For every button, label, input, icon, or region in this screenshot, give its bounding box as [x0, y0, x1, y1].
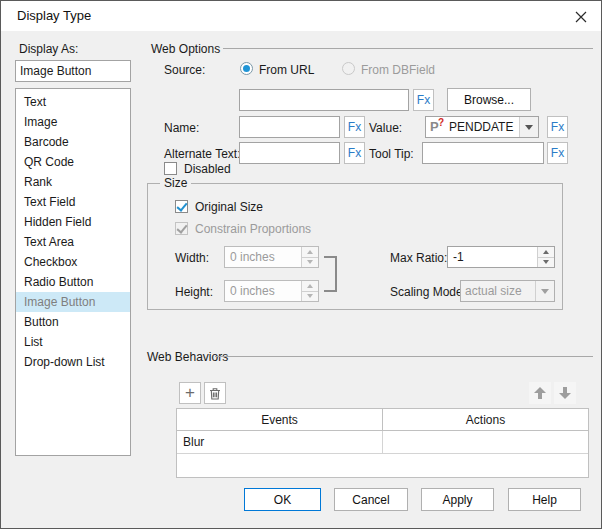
from-dbfield-radio: [342, 62, 355, 75]
parameter-icon: P?: [430, 120, 442, 134]
size-group-label: Size: [160, 176, 191, 190]
titlebar: Display Type: [1, 1, 601, 31]
url-fx-button[interactable]: Fx: [413, 89, 434, 111]
alternate-text-fx-button[interactable]: Fx: [344, 142, 365, 164]
disabled-checkbox-label[interactable]: Disabled: [184, 162, 231, 176]
max-ratio-spinner[interactable]: -1: [447, 246, 555, 268]
max-ratio-spin-down-icon[interactable]: [538, 257, 554, 268]
web-options-header: Web Options: [151, 42, 220, 56]
scaling-mode-dropdown: actual size: [460, 280, 555, 302]
list-item-radio-button[interactable]: Radio Button: [16, 272, 130, 292]
display-type-dialog: Display Type Display As: Text Image Barc…: [0, 0, 602, 529]
list-item-hidden-field[interactable]: Hidden Field: [16, 212, 130, 232]
value-combobox-value: PENDDATE: [445, 120, 519, 134]
web-behaviors-table: Events Actions Blur: [176, 408, 589, 478]
width-value: 0 inches: [225, 247, 301, 267]
original-size-checkbox[interactable]: [175, 200, 188, 213]
web-behaviors-header: Web Behaviors: [147, 350, 228, 364]
radio-dot: [243, 65, 250, 72]
trash-icon: [209, 387, 221, 400]
name-input[interactable]: [239, 116, 340, 138]
list-item-image[interactable]: Image: [16, 112, 130, 132]
height-spin-down-icon: [302, 291, 318, 302]
list-item-rank[interactable]: Rank: [16, 172, 130, 192]
web-options-divider: [223, 48, 593, 49]
action-cell[interactable]: [383, 431, 588, 453]
browse-button[interactable]: Browse...: [447, 88, 531, 111]
width-spin-up-icon: [302, 247, 318, 257]
original-size-label[interactable]: Original Size: [195, 200, 263, 214]
table-row[interactable]: Blur: [177, 431, 588, 454]
scaling-mode-value: actual size: [461, 284, 535, 298]
apply-button[interactable]: Apply: [421, 488, 494, 511]
max-ratio-spin-up-icon[interactable]: [538, 247, 554, 257]
table-header-row: Events Actions: [177, 409, 588, 431]
dialog-title: Display Type: [17, 1, 91, 31]
url-input[interactable]: [239, 89, 409, 111]
chevron-down-icon[interactable]: [519, 117, 538, 137]
ok-button[interactable]: OK: [244, 488, 321, 511]
cancel-button[interactable]: Cancel: [334, 488, 408, 511]
list-item-barcode[interactable]: Barcode: [16, 132, 130, 152]
disabled-checkbox[interactable]: [164, 162, 177, 175]
link-bracket-bottom: [324, 290, 337, 292]
events-column-header: Events: [177, 409, 383, 430]
alternate-text-label: Alternate Text:: [164, 147, 241, 161]
height-value: 0 inches: [225, 281, 301, 301]
chevron-down-icon: [535, 281, 554, 301]
from-url-radio[interactable]: [240, 62, 253, 75]
link-bracket-vertical: [335, 256, 337, 292]
height-spinner: 0 inches: [224, 280, 319, 302]
event-cell[interactable]: Blur: [177, 431, 383, 453]
height-spin-up-icon: [302, 281, 318, 291]
from-dbfield-label: From DBField: [361, 63, 435, 77]
name-label: Name:: [164, 121, 199, 135]
alternate-text-input[interactable]: [239, 142, 340, 164]
scaling-mode-label: Scaling Mode:: [390, 285, 466, 299]
size-group: Size Original Size Constrain Proportions…: [147, 183, 563, 310]
width-spin-down-icon: [302, 257, 318, 268]
height-label: Height:: [175, 285, 213, 299]
list-item-text[interactable]: Text: [16, 92, 130, 112]
value-combobox[interactable]: P? PENDDATE: [425, 116, 539, 138]
list-item-text-area[interactable]: Text Area: [16, 232, 130, 252]
add-behavior-button[interactable]: +: [179, 382, 201, 404]
list-item-text-field[interactable]: Text Field: [16, 192, 130, 212]
actions-column-header: Actions: [383, 409, 588, 430]
width-spinner: 0 inches: [224, 246, 319, 268]
max-ratio-value: -1: [448, 247, 537, 267]
list-item-qr-code[interactable]: QR Code: [16, 152, 130, 172]
constrain-proportions-label: Constrain Proportions: [195, 222, 311, 236]
plus-icon: +: [185, 384, 195, 401]
name-fx-button[interactable]: Fx: [344, 116, 365, 138]
display-as-label: Display As:: [19, 42, 78, 56]
arrow-down-icon: [559, 387, 571, 399]
delete-behavior-button[interactable]: [204, 382, 226, 404]
source-label: Source:: [164, 63, 205, 77]
max-ratio-label: Max Ratio:: [390, 251, 447, 265]
tool-tip-label: Tool Tip:: [369, 147, 414, 161]
move-up-button: [529, 382, 551, 404]
value-fx-button[interactable]: Fx: [547, 116, 568, 138]
list-item-list[interactable]: List: [16, 332, 130, 352]
display-as-input[interactable]: [15, 60, 131, 82]
help-button[interactable]: Help: [508, 488, 581, 511]
list-item-drop-down-list[interactable]: Drop-down List: [16, 352, 130, 372]
web-behaviors-divider: [215, 356, 593, 357]
tool-tip-input[interactable]: [422, 142, 544, 164]
value-label: Value:: [369, 121, 402, 135]
constrain-proportions-checkbox: [175, 222, 188, 235]
list-item-checkbox[interactable]: Checkbox: [16, 252, 130, 272]
display-as-listbox: Text Image Barcode QR Code Rank Text Fie…: [15, 88, 131, 456]
arrow-up-icon: [534, 387, 546, 399]
move-down-button: [554, 382, 576, 404]
width-label: Width:: [175, 251, 209, 265]
list-item-button[interactable]: Button: [16, 312, 130, 332]
from-url-label[interactable]: From URL: [259, 63, 314, 77]
close-icon[interactable]: [573, 9, 589, 25]
tool-tip-fx-button[interactable]: Fx: [547, 142, 568, 164]
list-item-image-button[interactable]: Image Button: [16, 292, 130, 312]
